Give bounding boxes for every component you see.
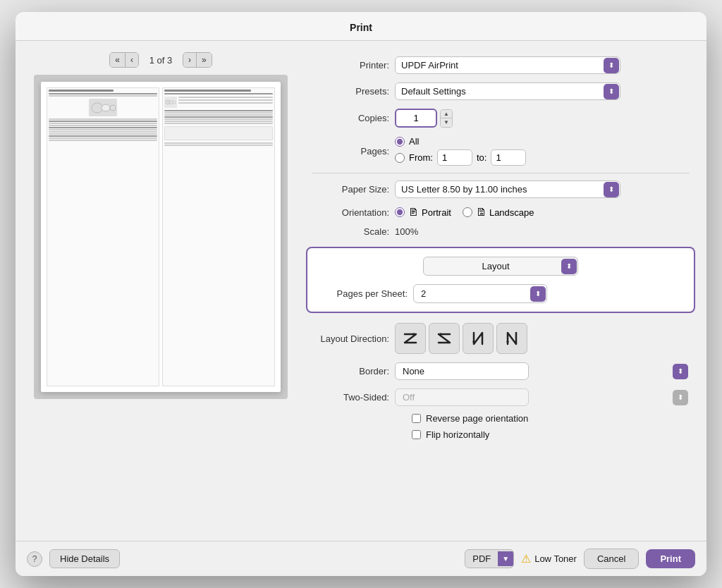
dialog-title: Print [16,12,706,41]
copies-control: ▲ ▼ [395,109,453,128]
low-toner-label: Low Toner [534,553,577,564]
settings-panel: Printer: UPDF AirPrint ⬍ Presets: [306,52,695,529]
layout-select-wrapper: Layout ⬍ [423,257,578,276]
scale-value: 100% [395,226,418,237]
direction-buttons [395,323,690,354]
pdf-button-group: PDF ▼ [465,549,514,568]
portrait-option: 🖹 Portrait [395,207,451,218]
copies-increment[interactable]: ▲ [441,110,452,119]
cancel-button[interactable]: Cancel [584,549,639,569]
dir-btn-z[interactable] [395,323,426,354]
two-sided-row: Two-Sided: Off Long-Edge binding Short-E… [306,384,695,410]
dir-btn-n[interactable] [463,323,494,354]
pps-select-wrapper: 2 1 4 6 9 16 ⬍ [413,284,547,303]
pages-from-input[interactable] [437,149,472,166]
presets-select[interactable]: Default Settings [395,82,620,100]
copies-input[interactable] [395,109,437,128]
portrait-label: Portrait [422,207,451,218]
copies-label: Copies: [312,113,389,123]
orientation-row: Orientation: 🖹 Portrait 🖺 Landscape [306,202,695,222]
pages-from-option: From: to: [395,149,690,166]
flip-horizontal-row: Flip horizontally [306,427,695,443]
dir-btn-rz[interactable] [429,323,460,354]
flip-horizontal-checkbox[interactable] [412,430,421,439]
pages-all-option: All [395,136,690,147]
presets-label: Presets: [312,86,389,97]
svg-point-2 [110,105,116,111]
border-row: Border: None Single Hairline Single Thin… [306,358,695,384]
border-select[interactable]: None Single Hairline Single Thin Line Do… [395,362,529,380]
two-sided-wrapper: Off Long-Edge binding Short-Edge binding… [395,388,690,406]
paper-size-row: Paper Size: US Letter 8.50 by 11.00 inch… [306,176,695,202]
dialog-body: « ‹ 1 of 3 › » [16,41,706,541]
next-page-button[interactable]: › [183,53,197,67]
svg-point-1 [102,104,110,111]
page-navigation: « ‹ 1 of 3 › » [27,52,295,68]
printer-control: UPDF AirPrint ⬍ [395,56,690,74]
preview-half-right [162,87,275,386]
first-prev-group: « ‹ [109,52,139,68]
pages-per-sheet-row: Pages per Sheet: 2 1 4 6 9 16 ⬍ [316,284,685,303]
print-dialog: Print « ‹ 1 of 3 › » [16,12,706,576]
pages-per-sheet-label: Pages per Sheet: [316,288,408,299]
pages-control: All From: to: [395,136,690,166]
pages-from-radio[interactable] [395,153,405,163]
layout-dropdown-row: Layout ⬍ [316,257,685,276]
layout-direction-row: Layout Direction: [306,319,695,358]
svg-point-5 [173,101,176,104]
copies-row: Copies: ▲ ▼ [306,104,695,132]
preview-panel: « ‹ 1 of 3 › » [27,52,295,529]
border-arrow: ⬍ [673,364,688,379]
pages-all-radio[interactable] [395,137,405,147]
pdf-dropdown-button[interactable]: ▼ [498,551,513,566]
border-label: Border: [312,366,389,376]
prev-page-button[interactable]: ‹ [126,53,138,67]
preview-half-left [47,87,159,386]
layout-direction-label: Layout Direction: [312,333,389,344]
portrait-icon: 🖹 [408,207,418,218]
orientation-label: Orientation: [312,207,389,218]
preview-page [41,82,281,392]
pdf-label: PDF [465,550,498,568]
two-sided-select[interactable]: Off Long-Edge binding Short-Edge binding [395,388,529,406]
first-page-button[interactable]: « [110,53,126,67]
warning-icon: ⚠ [521,552,531,565]
dialog-footer: ? Hide Details PDF ▼ ⚠ Low Toner Cancel … [16,541,706,576]
reverse-orientation-row: Reverse page orientation [306,410,695,427]
flip-horizontal-label: Flip horizontally [426,429,489,440]
pages-label: Pages: [312,146,389,157]
portrait-radio[interactable] [395,207,405,217]
border-select-wrapper: None Single Hairline Single Thin Line Do… [395,362,690,380]
presets-select-wrapper: Default Settings ⬍ [395,82,620,100]
low-toner-warning: ⚠ Low Toner [521,552,577,565]
dir-btn-rn[interactable] [496,323,527,354]
layout-section: Layout ⬍ Pages per Sheet: 2 1 4 6 [306,247,695,313]
landscape-radio[interactable] [463,207,472,217]
reverse-orientation-checkbox[interactable] [412,414,421,423]
scale-label: Scale: [312,226,389,237]
pages-to-input[interactable] [491,149,526,166]
preview-area [34,75,288,399]
orientation-control: 🖹 Portrait 🖺 Landscape [395,207,690,218]
paper-size-select[interactable]: US Letter 8.50 by 11.00 inches [395,180,620,198]
svg-point-3 [166,100,170,104]
paper-size-select-wrapper: US Letter 8.50 by 11.00 inches ⬍ [395,180,620,198]
landscape-option: 🖺 Landscape [463,207,534,218]
printer-label: Printer: [312,60,389,71]
layout-select[interactable]: Layout [423,257,578,276]
help-button[interactable]: ? [27,551,42,567]
printer-select-wrapper: UPDF AirPrint ⬍ [395,56,620,74]
pages-row: Pages: All From: to: [306,132,695,170]
print-button[interactable]: Print [646,549,695,568]
scale-row: Scale: 100% [306,222,695,241]
reverse-orientation-label: Reverse page orientation [426,413,528,424]
printer-select[interactable]: UPDF AirPrint [395,56,620,74]
pages-from-label: From: [409,152,433,163]
divider-1 [312,173,690,173]
hide-details-button[interactable]: Hide Details [49,549,120,568]
page-indicator: 1 of 3 [143,55,178,66]
pages-per-sheet-select[interactable]: 2 1 4 6 9 16 [413,284,547,303]
two-sided-arrow: ⬍ [673,390,688,405]
last-page-button[interactable]: » [197,53,212,67]
copies-decrement[interactable]: ▼ [441,118,452,127]
